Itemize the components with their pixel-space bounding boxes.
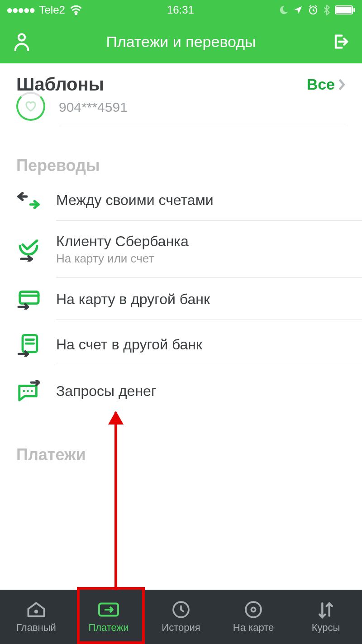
tab-payments[interactable]: Платежи xyxy=(72,590,145,644)
item-title: На счет в другой банк xyxy=(56,336,346,353)
carrier-label: Tele2 xyxy=(39,4,65,16)
alarm-icon xyxy=(308,5,319,15)
transfer-card-other-bank[interactable]: На карту в другой банк xyxy=(0,278,362,321)
tab-label: На карте xyxy=(233,622,274,634)
logout-button[interactable] xyxy=(331,33,349,51)
tab-bar: Главный Платежи История На карте Курсы xyxy=(0,590,362,644)
bluetooth-icon xyxy=(323,5,330,15)
transfer-money-requests[interactable]: Запросы денег xyxy=(0,368,362,414)
svg-point-11 xyxy=(35,611,37,612)
transfer-account-other-bank[interactable]: На счет в другой банк xyxy=(0,321,362,368)
sber-client-icon xyxy=(16,238,41,262)
tab-history[interactable]: История xyxy=(145,590,217,644)
transfer-own-accounts[interactable]: Между своими счетами xyxy=(0,180,362,221)
template-number: 904***4591 xyxy=(59,100,346,126)
tab-rates[interactable]: Курсы xyxy=(290,590,362,644)
status-bar: ●●●●● Tele2 16:31 xyxy=(0,0,362,20)
templates-all-link[interactable]: Все xyxy=(307,76,346,93)
item-subtitle: На карту или счет xyxy=(56,252,346,266)
svg-point-15 xyxy=(251,607,255,611)
app-header: Платежи и переводы xyxy=(0,20,362,63)
wifi-icon xyxy=(70,5,82,15)
swap-arrows-icon xyxy=(16,191,41,210)
tab-main[interactable]: Главный xyxy=(0,590,72,644)
svg-point-14 xyxy=(246,602,261,617)
receipt-out-icon xyxy=(16,333,41,357)
map-pin-icon xyxy=(244,600,262,619)
tab-label: Курсы xyxy=(312,622,340,634)
svg-point-9 xyxy=(27,390,29,392)
status-right xyxy=(279,5,356,15)
item-title: На карту в другой банк xyxy=(56,291,346,308)
rates-icon xyxy=(317,600,334,619)
location-arrow-icon xyxy=(293,5,303,15)
tab-label: История xyxy=(162,622,200,634)
svg-rect-4 xyxy=(353,8,355,12)
battery-icon xyxy=(335,5,356,15)
profile-button[interactable] xyxy=(13,32,31,51)
transfer-sberbank-client[interactable]: Клиенту Сбербанка На карту или счет xyxy=(0,221,362,278)
item-title: Между своими счетами xyxy=(56,192,346,209)
tab-label: Главный xyxy=(16,622,56,634)
svg-rect-6 xyxy=(20,291,38,303)
tab-map[interactable]: На карте xyxy=(217,590,290,644)
item-title: Запросы денег xyxy=(56,383,346,400)
all-label: Все xyxy=(307,76,335,93)
template-item[interactable]: 904***4591 xyxy=(0,98,362,134)
header-title: Платежи и переводы xyxy=(31,33,331,51)
templates-header: Шаблоны Все xyxy=(0,63,362,98)
item-title: Клиенту Сбербанка xyxy=(56,233,346,250)
signal-dots-icon: ●●●●● xyxy=(6,4,34,16)
svg-point-0 xyxy=(75,13,76,14)
transfers-section-label: Переводы xyxy=(0,134,362,180)
clock-label: 16:31 xyxy=(167,4,194,16)
tab-label: Платежи xyxy=(88,622,129,634)
moon-icon xyxy=(279,5,289,15)
home-icon xyxy=(26,600,46,619)
payments-icon xyxy=(98,600,119,619)
chat-money-icon xyxy=(16,380,41,402)
status-left: ●●●●● Tele2 xyxy=(6,4,82,16)
svg-point-8 xyxy=(23,390,25,392)
payments-section-label: Платежи xyxy=(0,414,362,469)
card-out-icon xyxy=(16,290,41,310)
template-heart-icon xyxy=(16,92,45,121)
history-icon xyxy=(172,600,190,619)
svg-rect-3 xyxy=(336,7,352,13)
svg-point-5 xyxy=(19,34,25,40)
svg-point-10 xyxy=(31,390,33,392)
